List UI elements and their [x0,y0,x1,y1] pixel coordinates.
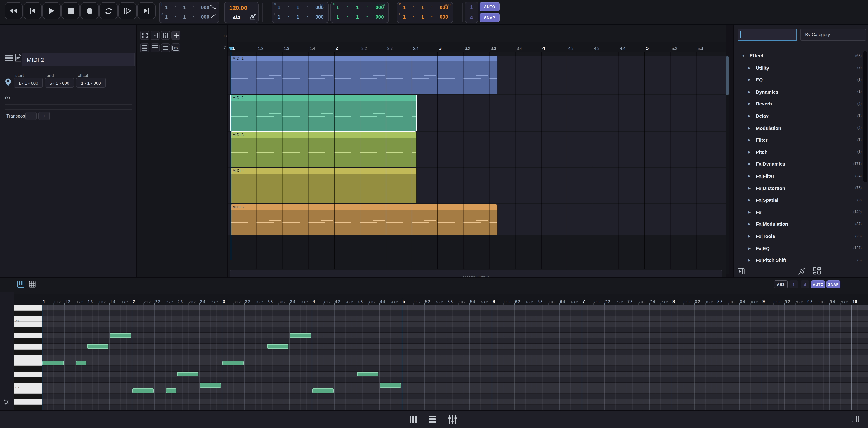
category-pitch[interactable]: ▶Pitch(1) [734,147,868,158]
piano-key-gs0[interactable] [13,405,42,410]
category-fx-tools[interactable]: ▶Fx|Tools(28) [734,232,868,242]
midi-note-b0-beat4[interactable] [132,389,154,393]
go-to-end-button[interactable] [137,2,156,20]
category-fx-distortion[interactable]: ▶Fx|Distortion(73) [734,183,868,194]
region-header[interactable] [230,204,497,210]
piano-key-cs1[interactable] [13,377,42,383]
midi-note-c1-beat15[interactable] [380,383,401,388]
category-fx[interactable]: ▶Fx(140) [734,208,868,218]
category-delay[interactable]: ▶Delay(1) [734,111,868,122]
region-header[interactable] [230,95,416,101]
position-row[interactable]: E1•1•000 [331,12,388,21]
offset-position-input[interactable]: 1 • 1 • 000 [76,78,106,88]
midi-note-e1-beat8[interactable] [222,361,244,365]
timeline-view-icon[interactable] [410,416,416,423]
resize-vertical-icon[interactable]: ↕ [223,43,226,50]
track-spacing-icon[interactable] [161,31,170,40]
piano-key-g1[interactable] [13,344,42,349]
transpose-minus-button[interactable]: - [25,112,37,120]
position-row[interactable]: S1•1•000 [331,2,388,12]
position-row[interactable]: E1•1•000 [397,12,453,21]
timeline-playhead-line[interactable] [230,52,231,260]
expand-triangle-icon[interactable]: ▶ [748,197,751,202]
track-height-large-icon[interactable] [140,43,149,53]
timeline-vscrollbar[interactable] [725,55,729,274]
region-header[interactable] [230,168,416,174]
play-from-playhead-button[interactable] [119,2,136,20]
category-fx-filter[interactable]: ▶Fx|Filter(24) [734,172,868,182]
piano-key-a0[interactable] [13,399,42,405]
midi-note-d1-beat14[interactable] [357,372,379,376]
snap-denominator[interactable]: 4 [465,14,478,21]
piano-keys[interactable]: C2C1 [13,305,42,410]
drum-machine-icon[interactable] [3,399,10,405]
expand-triangle-icon[interactable]: ▶ [748,222,751,226]
editor-snap-denominator[interactable]: 4 [801,280,809,288]
expand-triangle-icon[interactable]: ▶ [748,186,751,190]
piano-key-f1[interactable] [13,355,42,361]
editor-snap-toggle[interactable]: SNAP [827,280,840,288]
expand-triangle-icon[interactable]: ▶ [748,90,751,94]
browser-scroll-thumb[interactable] [864,51,867,182]
plugin-plug-icon[interactable] [798,267,806,275]
expand-triangle-icon[interactable]: ▶ [748,114,751,118]
expand-triangle-icon[interactable]: ▶ [748,210,751,214]
position-row[interactable]: P1•1•000 [397,2,453,12]
go-to-start-button[interactable] [24,2,41,20]
category-utility[interactable]: ▶Utility(2) [734,63,868,74]
expand-triangle-icon[interactable]: ▶ [748,258,751,262]
collapse-triangle-icon[interactable]: ▼ [741,53,745,58]
midi-region-midi-3[interactable]: MIDI 3 [230,132,416,167]
position-row[interactable]: |1•1•000 [160,2,219,12]
rewind-button[interactable] [4,2,23,20]
piano-key-a1[interactable] [13,333,42,338]
play-button[interactable] [42,2,61,20]
position-row[interactable]: S1•1•000 [272,2,328,12]
category-fx-spatial[interactable]: ▶Fx|Spatial(9) [734,195,868,206]
expand-triangle-icon[interactable]: ▶ [748,234,751,238]
category-reverb[interactable]: ▶Reverb(2) [734,99,868,110]
midi-note-c1-beat7[interactable] [200,383,221,388]
mixer-view-icon[interactable] [448,415,457,424]
category-dynamics[interactable]: ▶Dynamics(1) [734,87,868,98]
midi-region-midi-2[interactable]: MIDI 2 [230,95,416,131]
snap-numerator[interactable]: 1 [465,4,478,10]
sort-by-dropdown[interactable]: By Category ⌄ [800,29,866,41]
track-list-view-icon[interactable] [429,416,436,423]
loop-range-box[interactable]: LOOP S1•1•000E1•1•000 [331,2,389,23]
category-fx-modulation[interactable]: ▶Fx|Modulation(37) [734,219,868,231]
editor-ruler[interactable]: 11.1.21.21.2.21.31.3.21.41.4.222.1.22.22… [13,294,868,305]
piano-key-b0[interactable] [13,388,42,394]
timeline-ruler[interactable]: 11.21.31.422.22.32.433.23.33.444.24.34.4… [228,41,725,52]
region-name-input[interactable]: MIDI 2 [22,53,135,66]
piano-roll-view-icon[interactable] [17,281,24,287]
layout-grid-icon[interactable] [813,267,821,275]
piano-key-d1[interactable] [13,371,42,377]
midi-region-midi-5[interactable]: MIDI 5 [230,204,497,235]
resize-horizontal-icon[interactable]: ↔ [222,32,228,38]
category-fx-eq[interactable]: ▶Fx|EQ(127) [734,244,868,254]
bpm-value[interactable]: 120.00 [225,4,252,11]
track-lane[interactable]: MIDI 2 [228,95,725,131]
piano-key-gs1[interactable] [13,338,42,344]
piano-key-e1[interactable] [13,360,42,366]
add-track-button[interactable] [171,31,180,40]
editor-playhead-line[interactable] [42,305,43,410]
midi-note-d1-beat6[interactable] [177,372,199,376]
fit-width-icon[interactable] [151,31,160,40]
track-height-small-icon[interactable] [161,43,170,53]
stop-button[interactable] [61,2,80,20]
piano-key-fs1[interactable] [13,349,42,355]
expand-triangle-icon[interactable]: ▶ [748,150,751,154]
piano-key-cs2[interactable] [13,311,42,316]
position-row[interactable]: o1•1•000 [160,12,219,21]
midi-note-b0-beat12[interactable] [312,389,334,393]
expand-triangle-icon[interactable]: ▶ [748,174,751,178]
sel-range-box[interactable]: SEL S1•1•000E1•1•000 [272,2,329,23]
playhead-marker[interactable] [229,47,233,51]
midi-region-midi-1[interactable]: MIDI 1 [230,55,497,94]
midi-note-a1-beat3[interactable] [110,333,131,338]
tempo-box[interactable]: 120.00 4/4 [224,2,258,23]
timeline-arranger[interactable]: 11.21.31.422.22.32.433.23.33.444.24.34.4… [228,25,725,277]
midi-note-g1-beat2[interactable] [87,344,109,349]
